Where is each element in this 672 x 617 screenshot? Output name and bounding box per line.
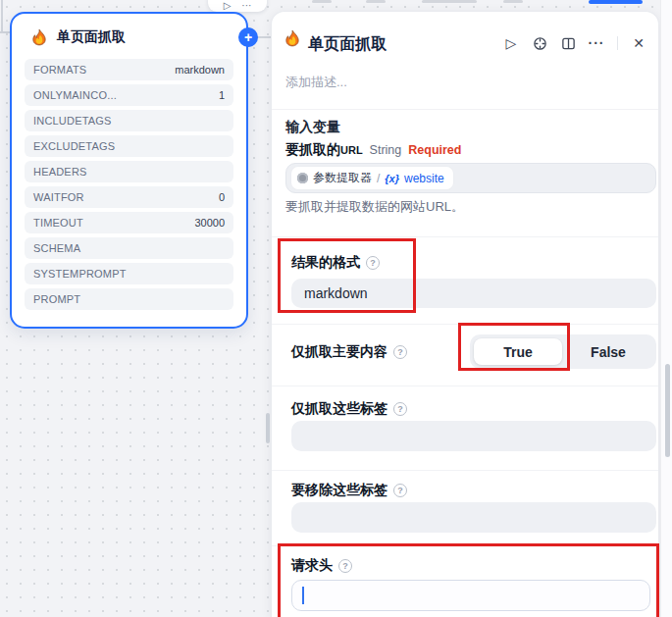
- exclude-tags-input[interactable]: [291, 502, 656, 533]
- more-icon[interactable]: ···: [241, 1, 251, 11]
- param-row-systemprompt: SYSTEMPROMPT: [25, 263, 233, 284]
- param-row-prompt: PROMPT: [25, 288, 233, 310]
- input-variables-heading: 输入变量: [285, 119, 340, 136]
- edge-wire-incoming-vertical: [1, 0, 3, 32]
- canvas-scrollbar-thumb[interactable]: [266, 413, 270, 443]
- panel-header: 单页面抓取 ▷ ··· ✕: [272, 12, 658, 63]
- section-divider: [272, 470, 658, 471]
- param-row-onlymaincontent: ONLYMAINCO...1: [25, 84, 233, 106]
- parameter-extractor-node-icon: [297, 173, 308, 183]
- true-button[interactable]: True: [474, 338, 562, 365]
- section-divider: [272, 545, 658, 546]
- cutoff-element-bar: [366, 0, 386, 3]
- node-title: 单页面抓取: [57, 28, 126, 46]
- param-row-headers: HEADERS: [25, 161, 233, 182]
- more-icon[interactable]: ···: [589, 35, 604, 51]
- include-tags-input[interactable]: [291, 421, 656, 451]
- cutoff-element-bar-selected: [589, 0, 643, 4]
- param-row-includetags: INCLUDETAGS: [25, 110, 233, 131]
- param-row-excludetags: EXCLUDETAGS: [25, 135, 233, 157]
- cutoff-element-bar: [422, 0, 477, 3]
- add-next-node-button[interactable]: +: [238, 27, 258, 47]
- fire-icon: [284, 29, 301, 47]
- section-divider: [272, 109, 658, 110]
- split-view-icon[interactable]: [560, 35, 576, 51]
- node-hover-toolbar: ▷ ···: [208, 0, 267, 12]
- required-badge: Required: [408, 143, 461, 157]
- help-icon[interactable]: ?: [393, 484, 407, 497]
- header-divider: [617, 36, 618, 50]
- boolean-toggle: True False: [470, 334, 656, 369]
- false-button[interactable]: False: [564, 338, 652, 365]
- url-helper-text: 要抓取并提取数据的网站URL。: [285, 198, 464, 216]
- window-scrollbar-track: [660, 0, 672, 617]
- run-icon[interactable]: ▷: [503, 35, 519, 51]
- request-headers-input[interactable]: [291, 580, 650, 611]
- close-icon[interactable]: ✕: [631, 35, 646, 51]
- cutoff-element-bar: [312, 0, 332, 3]
- description-placeholder[interactable]: 添加描述...: [285, 74, 347, 91]
- run-node-icon[interactable]: ▷: [224, 1, 232, 11]
- variable-chip[interactable]: 参数提取器 / {x} website: [291, 167, 453, 189]
- node-card-scrape[interactable]: 单页面抓取 FORMATSmarkdown ONLYMAINCO...1 INC…: [10, 12, 248, 329]
- main-content-field-label: 仅抓取主要内容 ?: [291, 343, 407, 361]
- panel-title: 单页面抓取: [308, 34, 387, 55]
- cutoff-element-bar: [503, 0, 523, 3]
- window-scrollbar-thumb[interactable]: [665, 364, 670, 457]
- format-field-label: 结果的格式 ?: [291, 254, 380, 272]
- param-row-formats: FORMATSmarkdown: [25, 59, 233, 80]
- text-cursor: [302, 587, 304, 604]
- section-divider: [272, 386, 658, 386]
- help-icon[interactable]: ?: [366, 256, 380, 270]
- url-variable-input[interactable]: 参数提取器 / {x} website: [285, 163, 656, 193]
- request-headers-field-label: 请求头 ?: [291, 557, 352, 575]
- param-row-waitfor: WAITFOR0: [25, 186, 233, 208]
- focus-target-icon[interactable]: [532, 35, 547, 51]
- variable-x-icon: {x}: [385, 173, 399, 184]
- url-field-label-row: 要抓取的URL String Required: [285, 140, 461, 159]
- exclude-tags-field-label: 要移除这些标签 ?: [291, 482, 407, 499]
- node-card-header: 单页面抓取: [25, 28, 233, 46]
- help-icon[interactable]: ?: [338, 559, 352, 573]
- param-row-timeout: TIMEOUT30000: [25, 212, 233, 233]
- section-divider: [272, 324, 658, 325]
- edge-wire-outgoing: [256, 36, 272, 38]
- help-icon[interactable]: ?: [393, 345, 407, 359]
- fire-icon: [30, 28, 48, 46]
- section-divider: [272, 236, 658, 237]
- type-badge: String: [370, 143, 402, 157]
- format-input[interactable]: markdown: [291, 279, 656, 308]
- node-config-panel: 单页面抓取 ▷ ··· ✕ 添加描述... 输入变量: [271, 11, 659, 617]
- help-icon[interactable]: ?: [393, 402, 407, 416]
- param-row-schema: SCHEMA: [25, 237, 233, 259]
- include-tags-field-label: 仅抓取这些标签 ?: [291, 400, 407, 418]
